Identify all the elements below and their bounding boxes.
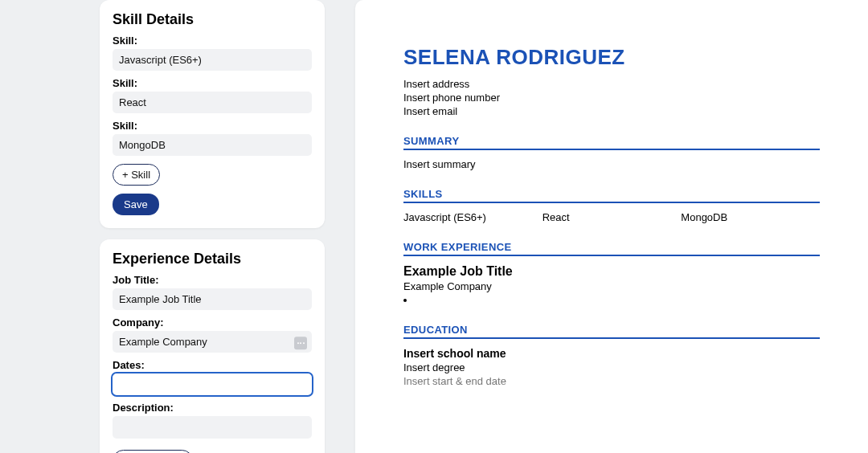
resume-skill-1: React [542,211,682,223]
company-input[interactable] [113,331,312,353]
skill-label-2: Skill: [113,120,312,132]
skill-details-card: Skill Details Skill: Skill: Skill: + Ski… [100,0,325,228]
resume-phone: Insert phone number [403,92,820,104]
resume-skill-0: Javascript (ES6+) [403,211,542,223]
company-label: Company: [113,316,312,329]
skills-row: Javascript (ES6+) React MongoDB [403,211,820,223]
skill-input-1[interactable] [113,92,312,113]
resume-name: SELENA RODRIGUEZ [403,45,820,70]
summary-rule [403,149,820,150]
work-rule [403,255,820,256]
resume-job-bullets [403,294,820,306]
skills-rule [403,202,820,203]
resume-skill-2: MongoDB [681,211,820,223]
skill-details-title: Skill Details [113,11,312,28]
resume-edu-dates: Insert start & end date [403,375,820,387]
resume-school: Insert school name [403,347,820,360]
job-title-input[interactable] [113,288,312,310]
summary-heading: SUMMARY [403,135,820,147]
experience-details-card: Experience Details Job Title: Company: D… [100,239,325,453]
ellipsis-icon[interactable] [294,337,307,349]
dates-label: Dates: [113,359,312,371]
description-label: Description: [113,402,312,414]
education-rule [403,337,820,339]
resume-job-title: Example Job Title [403,264,820,279]
add-experience-button[interactable]: + Experience [113,450,193,453]
education-heading: EDUCATION [403,324,820,336]
skill-label-0: Skill: [113,35,312,47]
description-input[interactable] [113,416,312,439]
resume-address: Insert address [403,78,820,90]
resume-company: Example Company [403,280,820,292]
job-title-label: Job Title: [113,274,312,286]
dates-input[interactable] [113,373,312,395]
work-heading: WORK EXPERIENCE [403,241,820,253]
skill-input-2[interactable] [113,134,312,156]
resume-preview: SELENA RODRIGUEZ Insert address Insert p… [355,0,868,453]
resume-email: Insert email [403,105,820,117]
save-skills-button[interactable]: Save [113,194,159,215]
skills-heading: SKILLS [403,188,820,200]
resume-degree: Insert degree [403,361,820,373]
skill-input-0[interactable] [113,49,312,71]
skill-label-1: Skill: [113,77,312,89]
summary-text: Insert summary [403,158,820,170]
add-skill-button[interactable]: + Skill [113,164,160,186]
experience-details-title: Experience Details [113,251,312,267]
